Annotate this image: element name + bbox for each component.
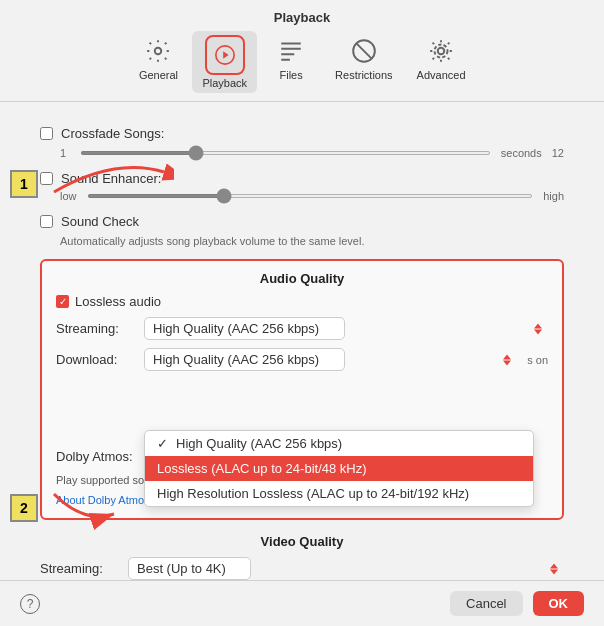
sound-enhancer-row: Sound Enhancer:	[40, 171, 564, 186]
restrictions-icon	[348, 35, 380, 67]
download-select[interactable]: High Quality (AAC 256 kbps)	[144, 348, 345, 371]
svg-line-4	[356, 43, 371, 58]
sound-enhancer-section: Sound Enhancer: low high	[40, 171, 564, 202]
annotation-2: 2	[10, 494, 38, 522]
tab-restrictions[interactable]: Restrictions	[325, 31, 402, 93]
download-select-wrapper: High Quality (AAC 256 kbps)	[144, 348, 517, 371]
annotation-label-2: 2	[10, 494, 38, 522]
preferences-window: Playback General	[0, 0, 604, 626]
main-content: 1 Crossfade Songs: 1 seconds	[0, 102, 604, 580]
vs-arrow-up	[550, 563, 558, 568]
audio-quality-title: Audio Quality	[56, 271, 548, 286]
video-quality-section: Video Quality Streaming: Best (Up to 4K)…	[40, 534, 564, 580]
download-select-arrow	[503, 354, 511, 365]
arrow-down-icon	[534, 329, 542, 334]
tab-restrictions-label: Restrictions	[335, 69, 392, 81]
sound-enhancer-slider[interactable]	[87, 194, 534, 198]
audio-quality-section: Audio Quality ✓ Lossless audio Streaming…	[40, 259, 564, 520]
crossfade-seconds: seconds	[501, 147, 542, 159]
playback-icon	[209, 39, 241, 71]
download-label: Download:	[56, 352, 136, 367]
general-icon-wrapper	[142, 35, 174, 67]
tab-files-label: Files	[279, 69, 302, 81]
arrow-up-icon-2	[503, 354, 511, 359]
svg-marker-2	[223, 51, 229, 58]
toolbar-tabs: General Playback	[128, 31, 475, 101]
help-button[interactable]: ?	[20, 594, 40, 614]
sound-enhancer-label: Sound Enhancer:	[61, 171, 161, 186]
sound-check-row: Sound Check	[40, 214, 564, 229]
arrow-up-icon	[534, 323, 542, 328]
sound-enhancer-checkbox[interactable]	[40, 172, 53, 185]
dolby-link[interactable]: About Dolby Atmos.	[56, 494, 153, 506]
sound-check-section: Sound Check Automatically adjusts song p…	[40, 214, 564, 247]
crossfade-max: 12	[552, 147, 564, 159]
vs-arrow-down	[550, 569, 558, 574]
svg-point-5	[438, 48, 445, 55]
dropdown-item-high[interactable]: High Quality (AAC 256 kbps)	[145, 431, 533, 456]
s-on-text: s on	[527, 354, 548, 366]
annotation-1: 1	[10, 170, 38, 198]
streaming-select-arrow	[534, 323, 542, 334]
tab-advanced-label: Advanced	[417, 69, 466, 81]
crossfade-slider[interactable]	[80, 151, 491, 155]
dropdown-item-hires[interactable]: High Resolution Lossless (ALAC up to 24-…	[145, 481, 533, 506]
download-section: Download: High Quality (AAC 256 kbps) s …	[56, 348, 548, 371]
streaming-select[interactable]: High Quality (AAC 256 kbps)	[144, 317, 345, 340]
crossfade-label: Crossfade Songs:	[61, 126, 164, 141]
download-row: Download: High Quality (AAC 256 kbps) s …	[56, 348, 548, 371]
toolbar: Playback General	[0, 0, 604, 102]
lossless-checkbox[interactable]: ✓	[56, 295, 69, 308]
tab-general[interactable]: General	[128, 31, 188, 93]
crossfade-section: Crossfade Songs: 1 seconds 12	[40, 126, 564, 159]
ok-button[interactable]: OK	[533, 591, 585, 616]
video-streaming-arrow	[550, 563, 558, 574]
tab-playback-label: Playback	[202, 77, 247, 89]
files-icon	[275, 35, 307, 67]
dolby-label: Dolby Atmos:	[56, 449, 136, 464]
sound-enhancer-slider-row: low high	[60, 190, 564, 202]
video-quality-title: Video Quality	[40, 534, 564, 549]
lossless-row: ✓ Lossless audio	[56, 294, 548, 309]
svg-point-0	[155, 48, 162, 55]
streaming-select-wrapper: High Quality (AAC 256 kbps)	[144, 317, 548, 340]
video-streaming-select[interactable]: Best (Up to 4K)	[128, 557, 251, 580]
tab-playback[interactable]: Playback	[192, 31, 257, 93]
advanced-icon	[425, 35, 457, 67]
bottom-bar: ? Cancel OK	[0, 580, 604, 626]
svg-point-6	[435, 45, 448, 58]
dropdown-item-lossless[interactable]: Lossless (ALAC up to 24-bit/48 kHz)	[145, 456, 533, 481]
restrictions-icon-wrapper	[348, 35, 380, 67]
sound-enhancer-low: low	[60, 190, 77, 202]
crossfade-checkbox[interactable]	[40, 127, 53, 140]
bottom-buttons: Cancel OK	[450, 591, 584, 616]
cancel-button[interactable]: Cancel	[450, 591, 522, 616]
files-icon-wrapper	[275, 35, 307, 67]
sound-check-label: Sound Check	[61, 214, 139, 229]
streaming-label: Streaming:	[56, 321, 136, 336]
lossless-label: Lossless audio	[75, 294, 161, 309]
window-title: Playback	[274, 10, 330, 25]
streaming-row: Streaming: High Quality (AAC 256 kbps)	[56, 317, 548, 340]
video-streaming-select-wrapper: Best (Up to 4K)	[128, 557, 564, 580]
crossfade-row: Crossfade Songs:	[40, 126, 564, 141]
general-icon	[142, 35, 174, 67]
crossfade-slider-row: 1 seconds 12	[60, 147, 564, 159]
sound-enhancer-high: high	[543, 190, 564, 202]
video-streaming-label: Streaming:	[40, 561, 120, 576]
annotation-label-1: 1	[10, 170, 38, 198]
crossfade-min: 1	[60, 147, 70, 159]
tab-files[interactable]: Files	[261, 31, 321, 93]
tab-general-label: General	[139, 69, 178, 81]
sound-check-checkbox[interactable]	[40, 215, 53, 228]
arrow-down-icon-2	[503, 360, 511, 365]
sound-check-desc: Automatically adjusts song playback volu…	[60, 235, 564, 247]
download-dropdown: High Quality (AAC 256 kbps) Lossless (AL…	[144, 430, 534, 507]
video-streaming-row: Streaming: Best (Up to 4K)	[40, 557, 564, 580]
playback-icon-wrapper	[205, 35, 245, 75]
advanced-icon-wrapper	[425, 35, 457, 67]
tab-advanced[interactable]: Advanced	[407, 31, 476, 93]
